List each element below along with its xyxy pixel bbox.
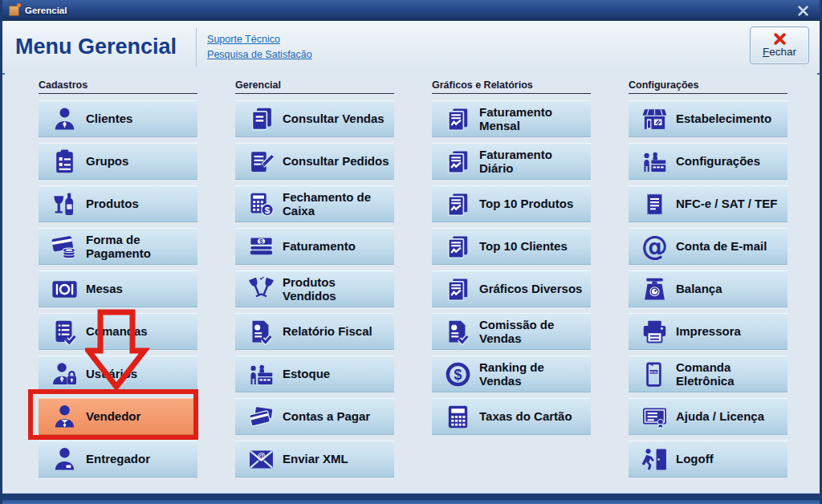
header: Menu Gerencial Suporte Técnico Pesquisa … [2, 21, 820, 75]
menu-button-comandas[interactable]: Comandas [39, 313, 197, 350]
close-x-icon [774, 33, 786, 45]
menu-button-faturamento[interactable]: $Faturamento [235, 228, 394, 265]
close-button[interactable]: Fechar [750, 26, 809, 64]
menu-button-graficos-diversos[interactable]: Gráficos Diversos [432, 270, 591, 307]
handheld-icon: MENU [638, 361, 670, 388]
menu-button-produtos-vendidos[interactable]: Produtos Vendidos [235, 270, 394, 307]
menu-column-4: ConfiguraçõesEstabelecimentoConfiguraçõe… [629, 79, 787, 483]
cards-icon [245, 404, 277, 430]
menu-button-label: Comanda Eletrônica [676, 360, 784, 388]
menu-button-mesas[interactable]: Mesas [39, 270, 197, 307]
menu-button-label: Taxas do Cartão [479, 409, 572, 423]
menu-button-estabelecimento[interactable]: Estabelecimento [629, 100, 787, 137]
menu-button-vendedor[interactable]: Vendedor [39, 398, 197, 435]
menu-button-label: Top 10 Clientes [479, 239, 568, 253]
store-icon [638, 106, 670, 132]
order-check-icon [48, 319, 80, 345]
menu-button-clientes[interactable]: Clientes [39, 100, 197, 137]
menu-button-enviar-xml[interactable]: @Enviar XML [235, 441, 394, 478]
window-close-icon[interactable] [796, 4, 809, 17]
menu-button-label: Ranking de Vendas [479, 360, 588, 388]
svg-text:$: $ [259, 237, 263, 245]
menu-button-relatorio-fiscal[interactable]: Relatório Fiscal [235, 313, 394, 350]
menu-button-taxas-do-cartao[interactable]: Taxas do Cartão [432, 398, 591, 435]
menu-button-label: Faturamento Diário [479, 148, 588, 176]
menu-button-label: Impressora [676, 324, 741, 338]
menu-button-impressora[interactable]: Impressora [629, 313, 787, 350]
menu-button-label: Grupos [86, 154, 128, 168]
menu-button-configuracoes[interactable]: Configurações [629, 143, 787, 180]
window-bottom-frame [2, 493, 820, 504]
menu-button-label: Fechamento de Caixa [283, 190, 391, 218]
menu-button-label: Consultar Vendas [283, 112, 385, 125]
link-pesquisa-satisfacao[interactable]: Pesquisa de Satisfação [207, 50, 312, 60]
menu-button-label: Faturamento [283, 239, 356, 253]
printer-icon [638, 319, 670, 345]
menu-button-label: Produtos Vendidos [283, 275, 391, 303]
menu-button-consultar-pedidos[interactable]: Consultar Pedidos [235, 143, 394, 180]
section-title: Configurações [629, 79, 787, 94]
svg-text:MENU: MENU [649, 370, 657, 373]
menu-button-logoff[interactable]: Logoff [629, 441, 787, 478]
menu-button-comanda-eletronica[interactable]: MENUComanda Eletrônica [629, 356, 787, 392]
link-suporte-tecnico[interactable]: Suporte Técnico [207, 35, 312, 45]
section-title: Gerencial [235, 79, 394, 94]
counter-icon [638, 148, 670, 175]
svg-text:$: $ [264, 204, 270, 214]
license-ribbon-icon [638, 404, 670, 430]
menu-button-top-10-produtos[interactable]: Top 10 Produtos [432, 185, 591, 222]
titlebar: Gerencial [2, 0, 820, 21]
menu-button-nfc-e-sat-tef[interactable]: NFC-e / SAT / TEF [629, 185, 787, 222]
menu-button-ajuda-licenca[interactable]: Ajuda / Licença [629, 398, 787, 435]
menu-button-label: Usuários [86, 367, 137, 380]
menu-button-produtos[interactable]: Produtos [39, 185, 197, 222]
menu-button-label: Comissão de Vendas [479, 318, 588, 346]
wine-toast-icon [245, 276, 277, 303]
documents-icon [245, 106, 277, 132]
close-button-label: Fechar [763, 46, 796, 58]
menu-column-1: CadastrosClientesGruposProdutosForma de … [39, 79, 197, 483]
report-chart-icon [442, 276, 474, 303]
menu-button-comissao-de-vendas[interactable]: Comissão de Vendas [432, 313, 591, 350]
menu-button-contas-a-pagar[interactable]: Contas a Pagar [235, 398, 394, 435]
menu-button-label: Produtos [86, 197, 139, 210]
receipt-icon [638, 191, 670, 217]
svg-text:$: $ [454, 366, 462, 382]
menu-button-label: Enviar XML [283, 452, 348, 465]
menu-button-usuarios[interactable]: Usuários [39, 356, 197, 392]
user-lock-icon [48, 361, 80, 388]
at-sign-icon: @ [638, 234, 670, 260]
menu-button-label: Vendedor [86, 409, 140, 423]
bottle-glass-icon [48, 191, 80, 217]
menu-button-entregador[interactable]: Entregador [39, 441, 197, 478]
card-coins-icon [48, 234, 80, 260]
menu-button-label: Forma de Pagamento [86, 233, 194, 261]
menu-button-faturamento-mensal[interactable]: Faturamento Mensal [432, 100, 591, 137]
menu-button-label: Configurações [676, 154, 760, 168]
menu-button-grupos[interactable]: Grupos [39, 143, 197, 180]
menu-button-balanca[interactable]: Balança [629, 270, 787, 307]
report-chart-icon [442, 191, 474, 217]
menu-button-forma-de-pagamento[interactable]: Forma de Pagamento [39, 228, 197, 265]
menu-button-label: Gráficos Diversos [479, 282, 582, 295]
section-title: Cadastros [39, 79, 197, 94]
menu-button-label: Faturamento Mensal [479, 105, 588, 133]
menu-button-conta-de-email[interactable]: @Conta de E-mail [629, 228, 787, 265]
menu-button-consultar-vendas[interactable]: Consultar Vendas [235, 100, 394, 137]
svg-text:@: @ [257, 452, 265, 461]
menu-button-label: Estoque [283, 367, 330, 380]
doc-pencil-icon [245, 148, 277, 175]
menu-button-ranking-de-vendas[interactable]: $Ranking de Vendas [432, 356, 591, 392]
menu-button-top-10-clientes[interactable]: Top 10 Clientes [432, 228, 591, 265]
menu-button-label: Consultar Pedidos [283, 154, 389, 168]
menu-button-faturamento-diario[interactable]: Faturamento Diário [432, 143, 591, 180]
calculator-icon [442, 404, 474, 430]
report-chart-icon [442, 148, 474, 175]
menu-button-label: Comandas [86, 324, 148, 338]
report-chart-icon [442, 234, 474, 260]
menu-button-estoque[interactable]: Estoque [235, 356, 394, 392]
person-icon [48, 106, 80, 132]
menu-column-2: GerencialConsultar VendasConsultar Pedid… [235, 79, 394, 483]
menu-button-fechamento-de-caixa[interactable]: $Fechamento de Caixa [235, 185, 394, 222]
scale-icon [638, 276, 670, 303]
